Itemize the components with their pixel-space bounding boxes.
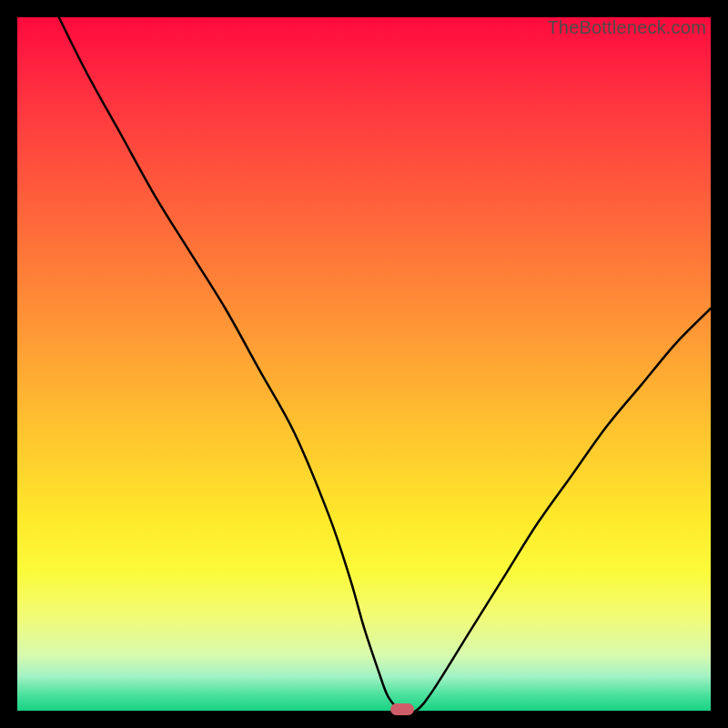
curve-path [59, 17, 711, 711]
watermark-label: TheBottleneck.com [547, 17, 706, 38]
chart-frame: TheBottleneck.com [0, 0, 728, 728]
plot-area: TheBottleneck.com [17, 17, 711, 711]
optimal-marker [390, 703, 414, 715]
bottleneck-curve [17, 17, 711, 711]
